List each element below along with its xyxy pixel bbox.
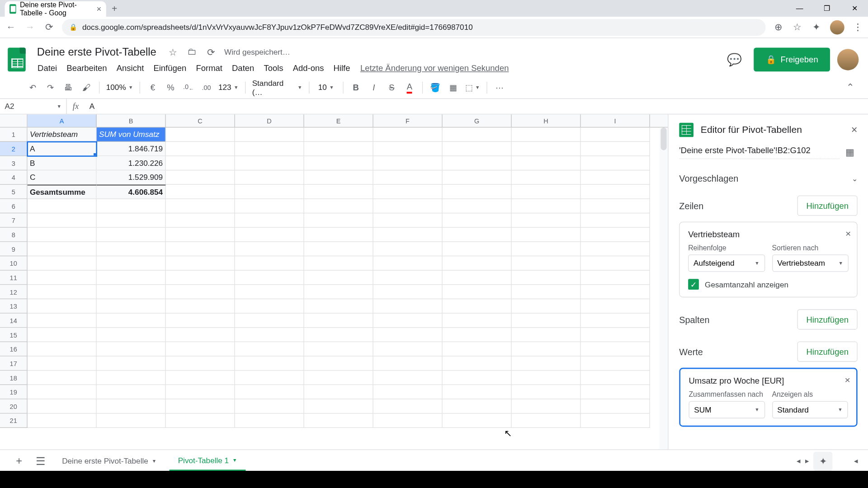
redo-icon[interactable]: ↷	[43, 80, 58, 95]
cell[interactable]	[512, 142, 581, 156]
row-header[interactable]: 2	[0, 142, 28, 156]
cell[interactable]: 4.606.854	[97, 185, 166, 199]
menu-bearbeiten[interactable]: Bearbeiten	[62, 61, 111, 75]
row-header[interactable]: 8	[0, 228, 28, 242]
cell[interactable]	[235, 342, 304, 357]
cell[interactable]	[581, 213, 650, 228]
cell[interactable]	[512, 156, 581, 171]
share-button[interactable]: 🔒 Freigeben	[754, 48, 830, 72]
increase-decimal-button[interactable]: .00	[198, 80, 214, 95]
cell[interactable]	[166, 256, 235, 271]
row-header[interactable]: 20	[0, 399, 28, 414]
cell[interactable]	[581, 357, 650, 371]
close-tab-icon[interactable]: ×	[96, 4, 101, 14]
row-header[interactable]: 11	[0, 271, 28, 285]
cell[interactable]	[443, 371, 512, 385]
cell[interactable]	[97, 299, 166, 314]
cell[interactable]	[166, 328, 235, 342]
cell[interactable]	[512, 357, 581, 371]
paint-format-icon[interactable]: 🖌	[79, 80, 94, 95]
cell[interactable]	[373, 213, 443, 228]
menu-hilfe[interactable]: Hilfe	[329, 61, 354, 75]
sortby-select[interactable]: Vertriebsteam▼	[772, 254, 848, 272]
cell[interactable]	[581, 413, 650, 428]
cell[interactable]	[373, 413, 443, 428]
col-header-g[interactable]: G	[443, 114, 512, 127]
decrease-decimal-button[interactable]: .0←	[181, 80, 196, 95]
cell[interactable]	[512, 185, 581, 199]
cell[interactable]	[97, 199, 166, 214]
cell[interactable]	[443, 185, 512, 199]
cell[interactable]	[304, 199, 373, 214]
cell[interactable]	[235, 199, 304, 214]
select-range-icon[interactable]: ▦	[845, 146, 857, 158]
minimize-window-icon[interactable]: —	[786, 0, 813, 17]
cell[interactable]	[373, 142, 443, 156]
cell[interactable]	[304, 271, 373, 285]
cell[interactable]	[581, 242, 650, 257]
spreadsheet-grid[interactable]: A B C D E F G H I 1VertriebsteamSUM von …	[0, 114, 668, 449]
cell[interactable]	[304, 185, 373, 199]
maximize-window-icon[interactable]: ❐	[813, 0, 841, 17]
cell[interactable]	[304, 371, 373, 385]
menu-daten[interactable]: Daten	[228, 61, 259, 75]
cell[interactable]	[235, 299, 304, 314]
summarize-select[interactable]: SUM▼	[689, 401, 764, 418]
cell[interactable]	[443, 242, 512, 257]
cell[interactable]	[443, 199, 512, 214]
cell[interactable]	[304, 170, 373, 185]
cell[interactable]	[166, 156, 235, 171]
cell[interactable]	[373, 199, 443, 214]
cell[interactable]	[443, 399, 512, 414]
print-icon[interactable]: 🖶	[61, 80, 76, 95]
cell[interactable]	[512, 371, 581, 385]
cell[interactable]	[512, 256, 581, 271]
cell[interactable]	[166, 285, 235, 299]
cell[interactable]	[28, 328, 97, 342]
cell[interactable]	[512, 127, 581, 142]
cell[interactable]	[512, 299, 581, 314]
sheet-tab-1[interactable]: Deine erste Pivot-Tabelle▼	[54, 452, 165, 470]
star-icon[interactable]: ☆	[167, 46, 179, 57]
order-select[interactable]: Aufsteigend▼	[688, 254, 764, 272]
row-header[interactable]: 14	[0, 314, 28, 328]
cell[interactable]	[443, 328, 512, 342]
cell[interactable]	[512, 170, 581, 185]
cell[interactable]	[512, 271, 581, 285]
row-header[interactable]: 10	[0, 256, 28, 271]
borders-button[interactable]: ▦	[445, 80, 461, 95]
cell[interactable]	[443, 127, 512, 142]
cell[interactable]	[97, 357, 166, 371]
cell[interactable]	[581, 342, 650, 357]
cell[interactable]	[443, 170, 512, 185]
cell[interactable]	[443, 314, 512, 328]
cell[interactable]	[512, 213, 581, 228]
bold-button[interactable]: B	[348, 80, 363, 95]
cell[interactable]: 1.529.909	[97, 170, 166, 185]
cell[interactable]	[28, 256, 97, 271]
cell[interactable]	[512, 328, 581, 342]
cell[interactable]	[443, 285, 512, 299]
browser-tab[interactable]: Deine erste Pivot-Tabelle - Goog ×	[5, 1, 106, 17]
select-all-corner[interactable]	[0, 114, 28, 127]
expand-suggested-icon[interactable]: ⌄	[852, 174, 858, 183]
col-header-f[interactable]: F	[373, 114, 443, 127]
bookmark-icon[interactable]: ☆	[792, 22, 803, 33]
cell[interactable]	[581, 299, 650, 314]
col-header-d[interactable]: D	[235, 114, 304, 127]
row-header[interactable]: 12	[0, 285, 28, 299]
more-toolbar-icon[interactable]: ⋯	[492, 80, 507, 95]
cell[interactable]	[304, 142, 373, 156]
cell[interactable]	[28, 342, 97, 357]
row-header[interactable]: 7	[0, 213, 28, 228]
cell[interactable]	[166, 385, 235, 399]
cell[interactable]	[166, 127, 235, 142]
cell[interactable]: Vertriebsteam	[28, 127, 97, 142]
cell[interactable]	[97, 413, 166, 428]
url-input[interactable]: 🔒 docs.google.com/spreadsheets/d/1nVxVrV…	[62, 19, 765, 36]
cell[interactable]	[512, 314, 581, 328]
cell[interactable]	[443, 413, 512, 428]
col-header-c[interactable]: C	[166, 114, 235, 127]
number-format-dropdown[interactable]: 123▼	[217, 80, 240, 95]
row-header[interactable]: 5	[0, 185, 28, 199]
